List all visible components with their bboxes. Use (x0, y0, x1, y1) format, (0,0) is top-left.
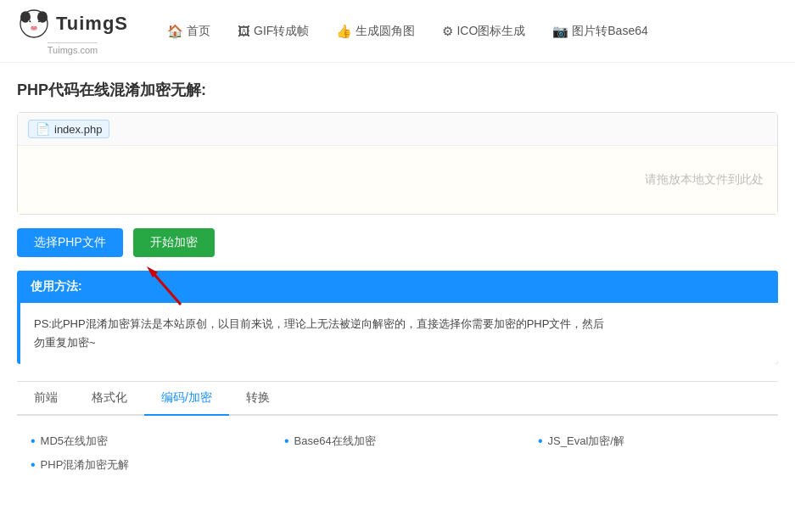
select-php-button[interactable]: 选择PHP文件 (17, 228, 123, 257)
file-tag-name: index.php (54, 123, 102, 136)
svg-point-8 (38, 20, 40, 22)
nav-round[interactable]: 👍 生成圆角图 (322, 17, 428, 46)
tab-format[interactable]: 格式化 (75, 382, 144, 416)
nav-gif-label: GIF转成帧 (254, 24, 309, 39)
info-box-body: PS:此PHP混淆加密算法是本站原创，以目前来说，理论上无法被逆向解密的，直接选… (17, 303, 778, 364)
link-base64[interactable]: • Base64在线加密 (271, 429, 524, 453)
link-base64-label: Base64在线加密 (294, 434, 376, 449)
file-icon: 📄 (36, 122, 50, 136)
nav-base64-label: 图片转Base64 (572, 24, 647, 39)
link-php-encrypt[interactable]: • PHP混淆加密无解 (17, 453, 271, 477)
arrow-indicator (143, 262, 193, 311)
tabs-content: • MD5在线加密 • PHP混淆加密无解 • Base64在线加密 • JS_… (17, 416, 778, 490)
tabs-col-2: • Base64在线加密 (271, 429, 524, 477)
base64-icon: 📷 (552, 24, 568, 39)
tab-encode[interactable]: 编码/加密 (144, 382, 229, 416)
tabs-col-1: • MD5在线加密 • PHP混淆加密无解 (17, 429, 271, 477)
tabs-section: 前端 格式化 编码/加密 转换 • MD5在线加密 • PHP混淆加密无解 • … (17, 381, 778, 490)
page-title: PHP代码在线混淆加密无解: (17, 80, 778, 100)
info-box-title: 使用方法: (17, 271, 778, 303)
file-input-area: 📄 index.php 请拖放本地文件到此处 (17, 112, 778, 215)
nav-round-label: 生成圆角图 (356, 24, 415, 39)
panda-icon (17, 7, 51, 41)
tabs-nav: 前端 格式化 编码/加密 转换 (17, 382, 778, 416)
bullet-1: • (31, 434, 36, 449)
round-icon: 👍 (336, 24, 352, 39)
gif-icon: 🖼 (238, 24, 250, 38)
file-tag: 📄 index.php (28, 120, 109, 138)
nav-gif[interactable]: 🖼 GIF转成帧 (224, 17, 322, 46)
link-jseval[interactable]: • JS_Eval加密/解 (524, 429, 778, 453)
nav-home[interactable]: 🏠 首页 (154, 17, 224, 46)
nav-ico-label: ICO图标生成 (456, 24, 525, 39)
logo-subtitle: Tuimgs.com (48, 42, 98, 55)
tab-frontend[interactable]: 前端 (17, 382, 75, 416)
nav: 🏠 首页 🖼 GIF转成帧 👍 生成圆角图 ⚙ ICO图标生成 📷 图片转Bas… (154, 17, 662, 46)
svg-line-12 (151, 271, 181, 305)
ico-icon: ⚙ (442, 24, 453, 39)
button-row: 选择PHP文件 开始加密 (17, 228, 778, 257)
tab-convert[interactable]: 转换 (229, 382, 287, 416)
info-box: 使用方法: PS:此PHP混淆加密算法是本站原创，以目前来说，理论上无法被逆向解… (17, 271, 778, 364)
info-box-text: PS:此PHP混淆加密算法是本站原创，以目前来说，理论上无法被逆向解密的，直接选… (34, 317, 604, 349)
link-jseval-label: JS_Eval加密/解 (548, 434, 624, 449)
header: TuimgS Tuimgs.com 🏠 首页 🖼 GIF转成帧 👍 生成圆角图 … (0, 0, 795, 63)
link-md5-label: MD5在线加密 (41, 434, 108, 449)
nav-ico[interactable]: ⚙ ICO图标生成 (428, 17, 539, 46)
tabs-col-3: • JS_Eval加密/解 (524, 429, 778, 477)
bullet-2: • (31, 457, 36, 473)
encrypt-button[interactable]: 开始加密 (133, 228, 215, 257)
nav-base64[interactable]: 📷 图片转Base64 (539, 17, 661, 46)
logo-title: TuimgS (56, 13, 128, 35)
svg-point-7 (29, 20, 31, 22)
svg-point-11 (35, 26, 36, 27)
home-icon: 🏠 (167, 24, 183, 39)
logo-area: TuimgS Tuimgs.com (17, 7, 128, 55)
drop-placeholder: 请拖放本地文件到此处 (645, 172, 764, 188)
link-php-encrypt-label: PHP混淆加密无解 (41, 457, 130, 473)
svg-point-10 (31, 26, 33, 27)
main-content: PHP代码在线混淆加密无解: 📄 index.php 请拖放本地文件到此处 选择… (0, 63, 795, 490)
drop-area[interactable]: 请拖放本地文件到此处 (18, 146, 777, 214)
bullet-3: • (284, 434, 289, 449)
link-md5[interactable]: • MD5在线加密 (17, 429, 271, 453)
file-tag-row: 📄 index.php (18, 113, 777, 146)
bullet-4: • (538, 434, 543, 449)
nav-home-label: 首页 (187, 24, 210, 39)
